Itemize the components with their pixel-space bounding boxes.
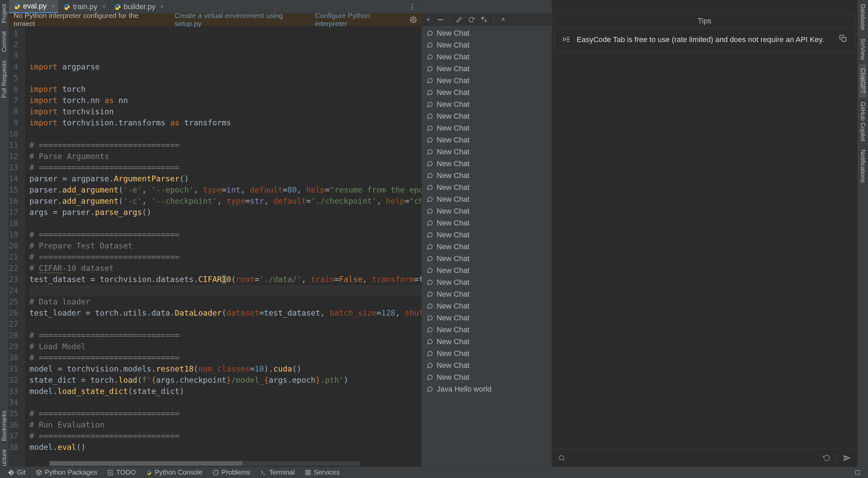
bottom-problems[interactable]: Problems [213,469,250,476]
bottom-right-indicator[interactable] [855,470,860,475]
chat-list-item[interactable]: New Chat [422,312,552,324]
bottom-git[interactable]: Git [8,469,26,476]
search-icon [558,454,565,462]
chat-input[interactable] [572,454,817,462]
tip-text: EasyCode Tab is free to use (rate limite… [577,35,833,45]
right-stripe-database[interactable]: Database [859,0,866,34]
interpreter-banner-gear-icon[interactable] [410,16,417,23]
chat-list-item[interactable]: New Chat [422,205,552,217]
svg-rect-25 [306,473,307,475]
chat-list-item[interactable]: New Chat [422,158,552,170]
delete-chat-button[interactable] [437,19,443,20]
chat-item-label: New Chat [437,135,470,145]
bottom-services[interactable]: Services [305,469,340,476]
chat-list-item[interactable]: New Chat [422,146,552,158]
chat-list-item[interactable]: New Chat [422,110,552,122]
chat-item-label: New Chat [437,230,470,240]
chat-list-item[interactable]: New Chat [422,229,552,241]
chat-list-item[interactable]: New Chat [422,371,552,383]
chat-item-label: New Chat [437,123,470,133]
chat-list-item[interactable]: New Chat [422,39,552,51]
left-stripe-pull-requests[interactable]: Pull Requests [1,56,8,102]
chat-list-item[interactable]: New Chat [422,300,552,312]
chat-item-label: New Chat [437,28,470,38]
chat-item-label: New Chat [437,206,470,216]
svg-point-0 [412,19,414,21]
chat-item-label: New Chat [437,52,470,62]
create-venv-link[interactable]: Create a virtual environment using setup… [174,12,305,28]
chat-item-label: New Chat [437,99,470,109]
chat-list-item[interactable]: New Chat [422,324,552,336]
interpreter-banner: No Python interpreter configured for the… [9,14,421,26]
chat-list-item[interactable]: New Chat [422,276,552,288]
chat-list-item[interactable]: New Chat [422,63,552,75]
right-stripe-notifications[interactable]: Notifications [859,145,866,187]
chat-item-label: New Chat [437,87,470,98]
edit-chat-button[interactable] [456,17,462,23]
chat-list-item[interactable]: New Chat [422,181,552,193]
left-stripe-bookmarks[interactable]: Bookmarks [1,406,8,445]
chat-list-item[interactable]: New Chat [422,51,552,63]
svg-rect-24 [308,473,310,475]
configure-interpreter-link[interactable]: Configure Python interpreter [315,12,400,28]
new-chat-button[interactable] [425,17,431,23]
chat-list-item[interactable]: New Chat [422,336,552,347]
chat-list-item[interactable]: New Chat [422,193,552,205]
editor-horizontal-scrollbar[interactable] [49,461,360,466]
chat-item-label: New Chat [437,111,470,121]
chat-list-item[interactable]: New Chat [422,217,552,229]
right-stripe-github-copilot[interactable]: GitHub Copilot [859,98,866,145]
chat-list-item[interactable]: New Chat [422,288,552,300]
magic-button[interactable] [480,16,487,23]
close-tab-icon[interactable]: × [102,3,106,10]
chat-list-item[interactable]: New Chat [422,27,552,39]
chat-list-item[interactable]: New Chat [422,122,552,134]
scrollbar-thumb[interactable] [49,461,242,466]
chat-list-item[interactable]: New Chat [422,75,552,86]
right-stripe-sciview[interactable]: SciView [859,34,866,64]
chat-item-label: New Chat [437,182,470,193]
toolbar-separator [493,16,494,23]
chat-list-item[interactable]: New Chat [422,86,552,98]
chat-list-item[interactable]: New Chat [422,359,552,371]
bottom-todo[interactable]: TODO [107,469,136,476]
regenerate-button[interactable] [823,454,830,462]
send-button[interactable] [843,454,851,462]
close-tab-icon[interactable]: × [51,3,55,10]
editor-content[interactable]: ✔ ▲ 1 ˄ ˅ import argparseimport torchimp… [25,26,421,466]
left-stripe-project[interactable]: Project [1,0,8,27]
chat-list-toolbar [422,14,552,26]
left-stripe-commit[interactable]: Commit [1,27,8,56]
chat-list-item[interactable]: New Chat [422,241,552,253]
chat-list-item[interactable]: New Chat [422,264,552,276]
right-stripe-chatgpt[interactable]: ChatGPT [859,64,866,98]
tips-title: Tips [554,14,855,28]
chat-list-item[interactable]: Java Hello world [422,383,552,395]
chat-item-label: New Chat [437,170,470,181]
code-editor[interactable]: 1234567891011121314151617181920212223242… [9,26,421,466]
chat-list-item[interactable]: New Chat [422,98,552,110]
bottom-python-console[interactable]: Python Console [146,469,203,476]
chat-item-label: New Chat [437,336,470,347]
chat-item-label: New Chat [437,158,470,169]
svg-rect-15 [842,37,846,41]
refresh-button[interactable] [468,17,474,23]
tabs-overflow-button[interactable]: ⋮ [404,0,421,13]
chat-item-label: New Chat [437,265,470,276]
chat-list-item[interactable]: New Chat [422,134,552,146]
bottom-python-packages[interactable]: Python Packages [36,469,98,476]
chat-list-item[interactable]: New Chat [422,170,552,181]
python-file-icon [114,3,121,10]
chat-item-label: New Chat [437,277,470,287]
chat-list[interactable]: New ChatNew ChatNew ChatNew ChatNew Chat… [422,26,552,466]
chat-list-item[interactable]: New Chat [422,347,552,359]
tips-panel: Tips EasyCode Tab is free to use (rate l… [554,14,855,53]
copy-icon[interactable] [839,35,847,42]
python-file-icon [14,3,20,9]
close-tab-icon[interactable]: × [160,3,164,10]
chat-list-item[interactable]: New Chat [422,253,552,264]
chat-item-label: New Chat [437,372,470,382]
bottom-terminal[interactable]: Terminal [260,469,295,476]
popout-button[interactable] [500,17,506,23]
toolbar-separator [450,16,450,23]
